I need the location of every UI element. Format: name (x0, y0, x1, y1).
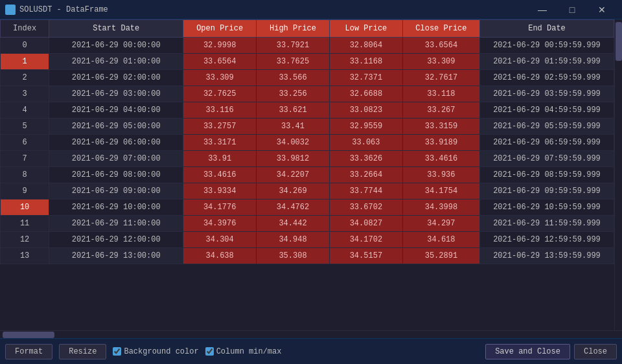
cell-index: 8 (1, 167, 49, 183)
bg-color-label: Background color (124, 347, 198, 356)
cell-open-price: 32.7625 (183, 86, 257, 102)
cell-close-price: 34.1754 (402, 183, 479, 199)
cell-close-price: 34.297 (402, 216, 479, 232)
table-row: 32021-06-29 03:00:0032.762533.25632.6688… (1, 86, 614, 102)
table-row: 132021-06-29 13:00:0034.63835.30834.5157… (1, 248, 614, 264)
cell-high-price: 34.442 (257, 216, 330, 232)
data-table: Index Start Date Open Price High Price L… (0, 19, 614, 264)
cell-end-date: 2021-06-29 06:59:59.999 (479, 135, 614, 151)
table-row: 122021-06-29 12:00:0034.30434.94834.1702… (1, 232, 614, 248)
cell-index: 2 (1, 70, 49, 86)
header-row: Index Start Date Open Price High Price L… (1, 20, 614, 38)
svg-rect-3 (11, 10, 14, 13)
cell-close-price: 32.7617 (402, 70, 479, 86)
toolbar-left: Format Resize Background color Column mi… (5, 344, 281, 359)
cell-low-price: 32.6688 (329, 86, 402, 102)
cell-start-date: 2021-06-29 00:00:00 (49, 38, 183, 54)
cell-end-date: 2021-06-29 02:59:59.999 (479, 70, 614, 86)
resize-button[interactable]: Resize (59, 344, 106, 359)
cell-index: 5 (1, 119, 49, 135)
cell-index: 10 (1, 199, 49, 216)
vertical-scrollbar[interactable] (614, 19, 622, 330)
cell-low-price: 33.2664 (329, 167, 402, 183)
table-wrapper: Index Start Date Open Price High Price L… (0, 19, 622, 330)
cell-open-price: 33.2757 (183, 119, 257, 135)
col-header-high-price: High Price (257, 20, 330, 38)
cell-start-date: 2021-06-29 06:00:00 (49, 135, 183, 151)
col-header-start-date: Start Date (49, 20, 183, 38)
cell-open-price: 33.116 (183, 102, 257, 119)
cell-open-price: 32.9998 (183, 38, 257, 54)
col-header-index: Index (1, 20, 49, 38)
cell-index: 6 (1, 135, 49, 151)
horizontal-scrollbar[interactable] (0, 330, 622, 338)
cell-end-date: 2021-06-29 12:59:59.999 (479, 232, 614, 248)
h-scrollbar-thumb[interactable] (3, 332, 54, 338)
save-close-button[interactable]: Save and Close (485, 344, 570, 359)
cell-low-price: 32.8064 (329, 38, 402, 54)
cell-high-price: 33.566 (257, 70, 330, 86)
cell-start-date: 2021-06-29 11:00:00 (49, 216, 183, 232)
cell-low-price: 33.6702 (329, 199, 402, 216)
cell-low-price: 32.7371 (329, 70, 402, 86)
cell-open-price: 33.309 (183, 70, 257, 86)
cell-close-price: 33.309 (402, 54, 479, 70)
cell-index: 4 (1, 102, 49, 119)
cell-high-price: 33.256 (257, 86, 330, 102)
cell-end-date: 2021-06-29 08:59:59.999 (479, 167, 614, 183)
table-row: 92021-06-29 09:00:0033.933434.26933.7744… (1, 183, 614, 199)
scrollbar-thumb[interactable] (616, 22, 622, 61)
cell-high-price: 34.2207 (257, 167, 330, 183)
cell-high-price: 34.948 (257, 232, 330, 248)
table-row: 12021-06-29 01:00:0033.656433.762533.116… (1, 54, 614, 70)
bg-color-checkbox-label[interactable]: Background color (113, 347, 198, 356)
window-title: SOLUSDT - DataFrame (19, 5, 108, 14)
table-row: 112021-06-29 11:00:0034.397634.44234.082… (1, 216, 614, 232)
cell-high-price: 33.41 (257, 119, 330, 135)
svg-rect-1 (11, 6, 14, 9)
svg-rect-2 (7, 10, 10, 13)
cell-end-date: 2021-06-29 11:59:59.999 (479, 216, 614, 232)
col-header-end-date: End Date (479, 20, 614, 38)
cell-start-date: 2021-06-29 04:00:00 (49, 102, 183, 119)
cell-start-date: 2021-06-29 13:00:00 (49, 248, 183, 264)
cell-index: 0 (1, 38, 49, 54)
table-body: 02021-06-29 00:00:0032.999833.792132.806… (1, 38, 614, 264)
col-minmax-checkbox-label[interactable]: Column min/max (205, 347, 282, 356)
maximize-button[interactable]: □ (557, 0, 587, 19)
cell-low-price: 33.063 (329, 135, 402, 151)
toolbar-right: Save and Close Close (485, 344, 617, 359)
app-icon (5, 5, 16, 15)
bg-color-checkbox[interactable] (113, 347, 121, 356)
title-bar: SOLUSDT - DataFrame — □ ✕ (0, 0, 622, 19)
cell-low-price: 32.9559 (329, 119, 402, 135)
cell-end-date: 2021-06-29 03:59:59.999 (479, 86, 614, 102)
minimize-button[interactable]: — (527, 0, 557, 19)
cell-close-price: 34.3998 (402, 199, 479, 216)
cell-end-date: 2021-06-29 09:59:59.999 (479, 183, 614, 199)
cell-high-price: 34.269 (257, 183, 330, 199)
cell-close-price: 33.4616 (402, 151, 479, 167)
format-button[interactable]: Format (5, 344, 52, 359)
cell-index: 7 (1, 151, 49, 167)
cell-index: 11 (1, 216, 49, 232)
cell-low-price: 33.3626 (329, 151, 402, 167)
cell-start-date: 2021-06-29 10:00:00 (49, 199, 183, 216)
cell-end-date: 2021-06-29 13:59:59.999 (479, 248, 614, 264)
table-row: 22021-06-29 02:00:0033.30933.56632.73713… (1, 70, 614, 86)
table-scroll[interactable]: Index Start Date Open Price High Price L… (0, 19, 614, 330)
bottom-toolbar: Format Resize Background color Column mi… (0, 338, 622, 364)
cell-end-date: 2021-06-29 07:59:59.999 (479, 151, 614, 167)
window-close-button[interactable]: ✕ (587, 0, 617, 19)
col-header-open-price: Open Price (183, 20, 257, 38)
cell-end-date: 2021-06-29 01:59:59.999 (479, 54, 614, 70)
table-row: 62021-06-29 06:00:0033.317134.003233.063… (1, 135, 614, 151)
close-button[interactable]: Close (574, 344, 617, 359)
cell-start-date: 2021-06-29 07:00:00 (49, 151, 183, 167)
cell-start-date: 2021-06-29 08:00:00 (49, 167, 183, 183)
cell-close-price: 34.618 (402, 232, 479, 248)
table-row: 102021-06-29 10:00:0034.177634.476233.67… (1, 199, 614, 216)
col-minmax-checkbox[interactable] (205, 347, 214, 356)
table-row: 82021-06-29 08:00:0033.461634.220733.266… (1, 167, 614, 183)
cell-end-date: 2021-06-29 00:59:59.999 (479, 38, 614, 54)
